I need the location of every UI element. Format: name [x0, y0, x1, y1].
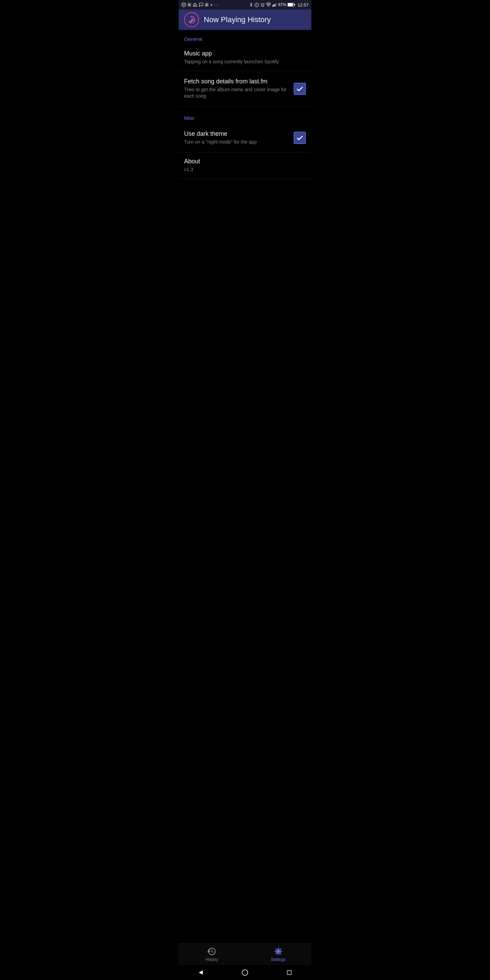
- svg-point-0: [182, 3, 186, 7]
- settings-item-dark-theme[interactable]: Use dark theme Turn on a "night mode" fo…: [179, 124, 311, 153]
- settings-item-about[interactable]: About v1.3: [179, 153, 311, 179]
- about-version: v1.3: [184, 166, 301, 173]
- svg-rect-14: [192, 19, 194, 19]
- svg-rect-5: [274, 4, 275, 6]
- svg-point-15: [192, 20, 194, 21]
- dark-theme-subtitle: Turn on a "night mode" for the app: [184, 139, 288, 146]
- svg-rect-9: [288, 3, 293, 6]
- svg-rect-4: [273, 5, 274, 6]
- svg-rect-10: [294, 4, 295, 6]
- svg-rect-3: [272, 5, 273, 6]
- settings-item-music-app[interactable]: Music app Tapping on a song currently la…: [179, 45, 311, 71]
- app-header: Now Playing History: [179, 10, 311, 30]
- dark-theme-title: Use dark theme: [184, 130, 288, 137]
- status-time: 12:57: [298, 2, 309, 8]
- status-bar-notifications: e e + ···: [181, 2, 220, 8]
- about-title: About: [184, 158, 301, 165]
- fetch-song-subtitle: Tries to get the album name and cover im…: [184, 86, 288, 100]
- music-app-subtitle: Tapping on a song currently launches Spo…: [184, 59, 301, 65]
- svg-rect-7: [276, 3, 277, 6]
- svg-rect-6: [275, 3, 275, 6]
- section-general-header: General: [179, 30, 311, 45]
- section-misc-header: Misc: [179, 109, 311, 124]
- status-bar-system: 87% 12:57: [249, 2, 309, 8]
- settings-content: General Music app Tapping on a song curr…: [179, 30, 311, 179]
- music-app-title: Music app: [184, 50, 301, 57]
- app-title: Now Playing History: [204, 15, 271, 24]
- svg-marker-11: [190, 15, 193, 17]
- svg-point-12: [189, 21, 192, 22]
- dark-theme-checkbox[interactable]: [294, 132, 306, 144]
- settings-item-fetch-song[interactable]: Fetch song details from last.fm Tries to…: [179, 71, 311, 107]
- battery-text: 87%: [278, 2, 286, 7]
- status-bar: e e + ··· 87% 12:57: [179, 0, 311, 10]
- app-logo: [184, 12, 199, 27]
- fetch-song-checkbox[interactable]: [294, 83, 306, 95]
- fetch-song-title: Fetch song details from last.fm: [184, 78, 288, 85]
